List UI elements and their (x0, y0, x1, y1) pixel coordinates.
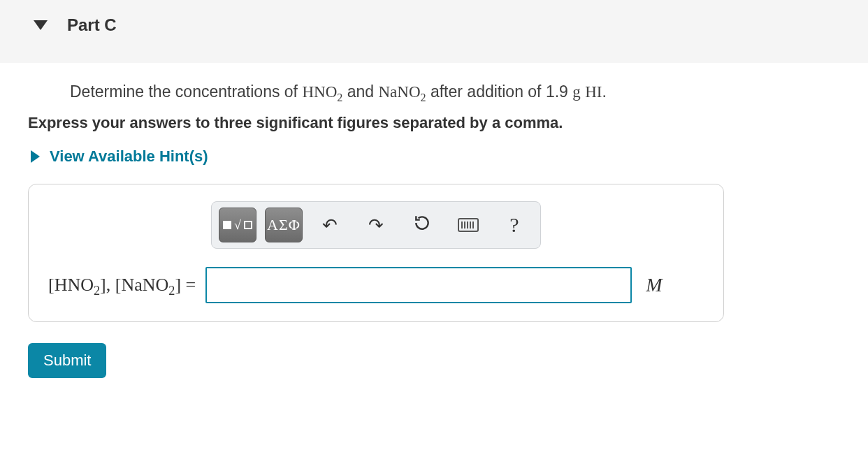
question-text: Determine the concentrations of HNO2 and… (70, 82, 840, 101)
redo-icon: ↷ (368, 215, 384, 236)
keyboard-icon (458, 218, 479, 232)
view-hints-toggle[interactable]: View Available Hint(s) (28, 147, 840, 166)
reset-button[interactable] (403, 208, 441, 242)
redo-button[interactable]: ↷ (357, 208, 395, 242)
chem-hno2: HNO2 (302, 83, 342, 101)
greek-symbols-button[interactable]: ΑΣΦ (265, 208, 303, 242)
submit-label: Submit (43, 351, 91, 369)
templates-button[interactable]: √ (219, 208, 256, 242)
view-hints-label: View Available Hint(s) (50, 147, 208, 166)
part-title: Part C (67, 15, 117, 35)
keyboard-shortcuts-button[interactable] (449, 208, 487, 242)
help-button[interactable]: ? (496, 208, 533, 242)
help-icon: ? (509, 213, 519, 237)
reset-icon (413, 214, 431, 237)
question-prefix: Determine the concentrations of (70, 82, 302, 101)
caret-right-icon (31, 150, 40, 163)
mass-unit: g (572, 83, 581, 101)
answer-unit: M (646, 274, 662, 296)
reagent: HI (585, 83, 602, 101)
undo-icon: ↶ (322, 215, 338, 236)
equation-toolbar: √ ΑΣΦ ↶ ↷ (211, 201, 541, 249)
chem-nano2: NaNO2 (378, 83, 426, 101)
submit-button[interactable]: Submit (28, 343, 106, 378)
greek-label: ΑΣΦ (267, 216, 301, 234)
part-header[interactable]: Part C (0, 0, 868, 63)
answer-input[interactable] (205, 267, 632, 303)
templates-icon: √ (223, 219, 252, 231)
answer-row: [HNO2], [NaNO2] = M (44, 267, 708, 303)
question-after: after addition of 1.9 (431, 82, 572, 101)
answer-box: √ ΑΣΦ ↶ ↷ (28, 184, 724, 322)
collapse-caret-down-icon (34, 20, 48, 30)
instruction-text: Express your answers to three significan… (28, 114, 840, 132)
question-and: and (347, 82, 379, 101)
answer-lhs: [HNO2], [NaNO2] = (44, 275, 196, 296)
undo-button[interactable]: ↶ (311, 208, 349, 242)
